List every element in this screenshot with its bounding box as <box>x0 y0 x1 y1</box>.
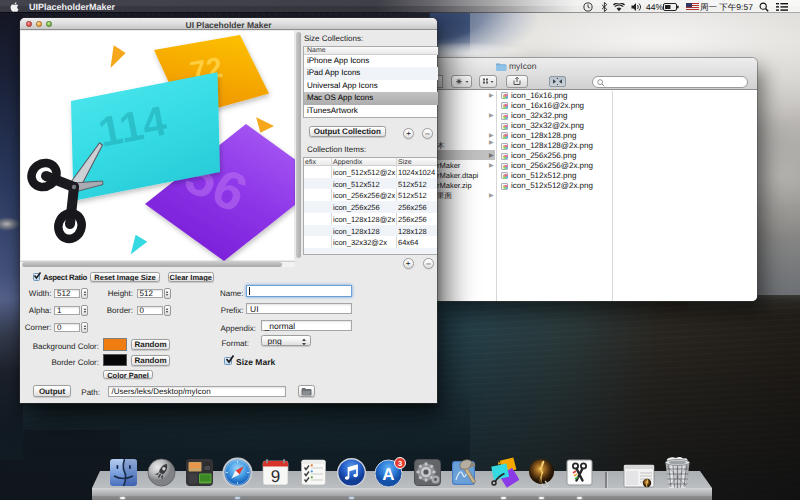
svg-text:A: A <box>382 465 394 484</box>
svg-text:3: 3 <box>398 459 402 468</box>
svg-text:9: 9 <box>271 467 280 486</box>
